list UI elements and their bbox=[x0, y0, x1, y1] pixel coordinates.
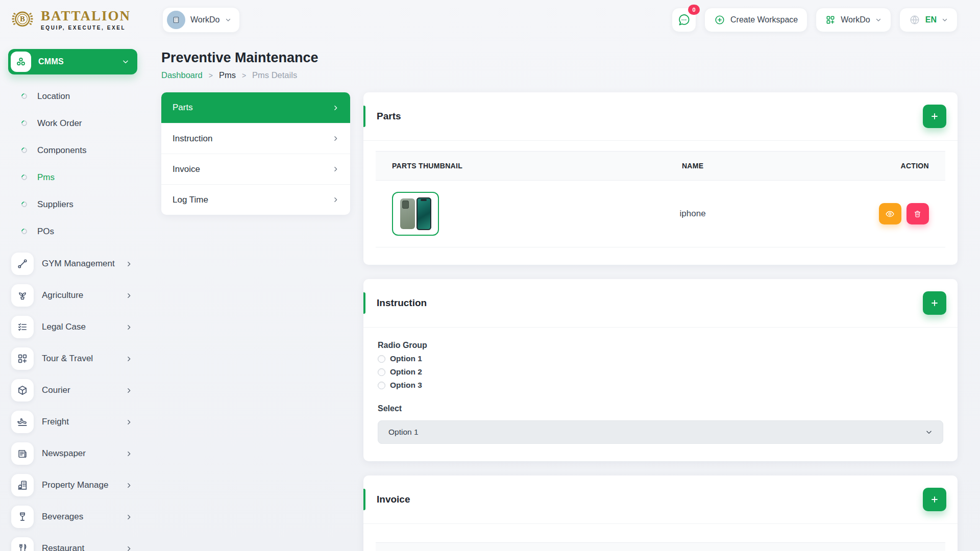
invoice-card-header: Invoice bbox=[363, 475, 958, 523]
divider bbox=[363, 140, 958, 141]
bullet-icon bbox=[20, 119, 29, 128]
sidebar-item-components[interactable]: Components bbox=[0, 137, 145, 164]
messages-button[interactable]: 0 bbox=[672, 8, 696, 32]
brand-medal-icon: B bbox=[9, 7, 36, 33]
sidebar-item-pms[interactable]: Pms bbox=[0, 164, 145, 191]
sidebar-item-label: Property Manage bbox=[42, 480, 108, 490]
package-icon bbox=[11, 379, 34, 402]
tab-log-time[interactable]: Log Time bbox=[161, 184, 350, 215]
tab-parts[interactable]: Parts bbox=[161, 92, 350, 123]
view-part-button[interactable] bbox=[879, 203, 901, 224]
radio-option-3[interactable]: Option 3 bbox=[378, 381, 943, 390]
sidebar-item-label: Suppliers bbox=[37, 199, 74, 210]
sidebar-item-agriculture[interactable]: Agriculture bbox=[0, 280, 145, 311]
plane-icon bbox=[11, 411, 34, 433]
topbar: WorkDo 0 Create Wor bbox=[145, 0, 980, 40]
workspace-switcher[interactable]: WorkDo bbox=[816, 8, 891, 32]
grid-plus-icon bbox=[825, 15, 836, 25]
chevron-down-icon bbox=[122, 58, 129, 65]
instruction-select[interactable]: Option 1 bbox=[378, 420, 943, 444]
notifications-badge: 0 bbox=[688, 5, 700, 15]
svg-text:B: B bbox=[20, 15, 25, 23]
create-workspace-button[interactable]: Create Workspace bbox=[704, 8, 807, 32]
column-header-action: ACTION bbox=[822, 162, 929, 170]
invoice-table-header bbox=[376, 542, 945, 551]
chevron-down-icon bbox=[925, 429, 933, 436]
add-instruction-button[interactable] bbox=[923, 291, 946, 315]
sidebar-item-tour-travel[interactable]: Tour & Travel bbox=[0, 343, 145, 374]
sidebar-item-label: GYM Management bbox=[42, 259, 115, 269]
delete-part-button[interactable] bbox=[906, 203, 929, 224]
chevron-right-icon bbox=[126, 482, 132, 489]
sidebar-item-restaurant[interactable]: Restaurant bbox=[0, 533, 145, 551]
sidebar-item-suppliers[interactable]: Suppliers bbox=[0, 191, 145, 218]
instruction-card-title: Instruction bbox=[377, 297, 427, 309]
sidebar-item-freight[interactable]: Freight bbox=[0, 406, 145, 438]
accent-bar bbox=[363, 292, 365, 314]
plant-icon bbox=[11, 284, 34, 307]
plus-icon bbox=[929, 298, 940, 308]
breadcrumb-separator: > bbox=[242, 71, 246, 80]
radio-option-2[interactable]: Option 2 bbox=[378, 367, 943, 377]
sidebar-item-label: Pms bbox=[37, 172, 55, 183]
chevron-right-icon bbox=[126, 387, 132, 394]
brand-text: BATTALION EQUIP, EXECUTE, EXEL bbox=[41, 9, 131, 31]
chevron-right-icon bbox=[332, 196, 339, 203]
sidebar-item-property-manage[interactable]: Property Manage bbox=[0, 469, 145, 501]
cutlery-icon bbox=[11, 537, 34, 551]
add-invoice-button[interactable] bbox=[923, 488, 946, 511]
parts-card: Parts PARTS THUMBNAIL NAME ACTION bbox=[363, 92, 958, 265]
workspace-avatar bbox=[167, 11, 185, 29]
main-area: WorkDo 0 Create Wor bbox=[145, 0, 980, 551]
chevron-down-icon bbox=[942, 17, 948, 23]
sidebar-item-pos[interactable]: POs bbox=[0, 218, 145, 245]
chevron-right-icon bbox=[332, 135, 339, 142]
breadcrumb-pms-details: Pms Details bbox=[252, 70, 297, 80]
sidebar-item-legal-case[interactable]: Legal Case bbox=[0, 311, 145, 343]
breadcrumb-dashboard-link[interactable]: Dashboard bbox=[161, 70, 203, 80]
building-icon bbox=[11, 474, 34, 496]
sidebar-item-courier[interactable]: Courier bbox=[0, 374, 145, 406]
tab-invoice[interactable]: Invoice bbox=[161, 154, 350, 184]
radio-icon bbox=[378, 355, 385, 363]
tab-label: Parts bbox=[173, 103, 193, 113]
eye-icon bbox=[885, 209, 895, 219]
column-header-thumbnail: PARTS THUMBNAIL bbox=[392, 162, 564, 170]
sidebar-item-label: Legal Case bbox=[42, 322, 86, 332]
radio-option-1[interactable]: Option 1 bbox=[378, 354, 943, 363]
parts-table-header: PARTS THUMBNAIL NAME ACTION bbox=[376, 151, 945, 181]
sidebar-item-location[interactable]: Location bbox=[0, 83, 145, 110]
sidebar-item-newspaper[interactable]: Newspaper bbox=[0, 438, 145, 469]
sidebar-item-work-order[interactable]: Work Order bbox=[0, 110, 145, 137]
radio-icon bbox=[378, 368, 385, 376]
sidebar-item-label: Beverages bbox=[42, 512, 83, 522]
workspace-pill-label: WorkDo bbox=[190, 15, 220, 24]
bullet-icon bbox=[20, 228, 29, 236]
brand-tagline: EQUIP, EXECUTE, EXEL bbox=[41, 25, 131, 31]
table-row: iphone bbox=[376, 181, 945, 247]
add-part-button[interactable] bbox=[923, 105, 946, 128]
parts-card-header: Parts bbox=[363, 92, 958, 140]
page-title: Preventive Maintenance bbox=[161, 50, 958, 66]
chevron-right-icon bbox=[126, 419, 132, 425]
cmms-submenu: Location Work Order Components Pms Suppl… bbox=[0, 79, 145, 246]
topbar-right: 0 Create Workspace WorkDo bbox=[672, 8, 958, 32]
divider bbox=[363, 523, 958, 524]
tab-label: Instruction bbox=[173, 134, 212, 144]
column-header-name: NAME bbox=[564, 162, 822, 170]
workspace-pill[interactable]: WorkDo bbox=[162, 7, 240, 33]
sidebar-item-label: Restaurant bbox=[42, 543, 84, 551]
chevron-right-icon bbox=[126, 450, 132, 457]
radio-option-label: Option 2 bbox=[390, 367, 422, 377]
accent-bar bbox=[363, 489, 365, 510]
sidebar-item-gym-management[interactable]: GYM Management bbox=[0, 248, 145, 280]
sidebar-item-cmms[interactable]: CMMS bbox=[8, 49, 137, 74]
iphone-thumbnail-image[interactable] bbox=[392, 192, 439, 236]
sidebar-item-beverages[interactable]: Beverages bbox=[0, 501, 145, 533]
parts-card-title: Parts bbox=[377, 111, 401, 122]
radio-group-label: Radio Group bbox=[378, 341, 943, 350]
chevron-right-icon bbox=[126, 324, 132, 331]
chevron-right-icon bbox=[332, 105, 339, 111]
tab-instruction[interactable]: Instruction bbox=[161, 123, 350, 154]
language-selector[interactable]: EN bbox=[899, 8, 958, 32]
